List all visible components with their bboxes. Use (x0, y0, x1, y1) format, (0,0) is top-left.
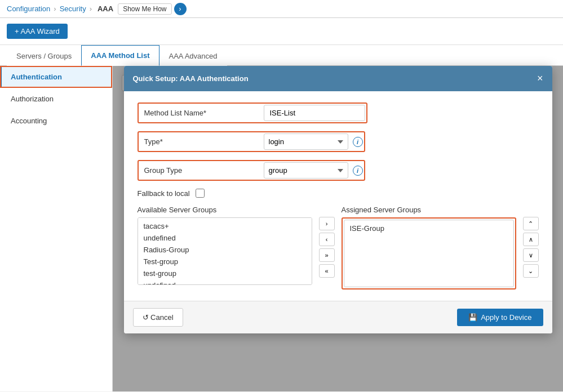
group-type-label: Group Type (140, 164, 264, 177)
list-item[interactable]: ISE-Group (344, 222, 513, 234)
fallback-checkbox[interactable] (196, 189, 205, 198)
available-groups-header: Available Server Groups (138, 206, 312, 214)
list-item[interactable]: test-group (138, 268, 312, 279)
apply-to-device-button[interactable]: 💾 Apply to Device (457, 309, 543, 326)
cancel-button[interactable]: ↺ Cancel (133, 308, 183, 327)
modal-header: Quick Setup: AAA Authentication × (124, 66, 552, 91)
tab-aaa-advanced[interactable]: AAA Advanced (159, 46, 227, 66)
method-list-name-input[interactable] (264, 105, 365, 121)
tab-servers-groups[interactable]: Servers / Groups (7, 46, 81, 66)
show-me-how-arrow-button[interactable]: › (174, 3, 187, 15)
list-item[interactable]: tacacs+ (138, 220, 312, 232)
group-type-info-icon[interactable]: i (353, 166, 363, 176)
move-right-button[interactable]: › (319, 217, 335, 230)
tab-aaa-method-list[interactable]: AAA Method List (81, 45, 159, 66)
aaa-wizard-button[interactable]: + AAA Wizard (7, 24, 68, 39)
move-bottom-button[interactable]: ⌄ (523, 264, 539, 278)
modal-overlay: Quick Setup: AAA Authentication × Method… (113, 66, 563, 391)
move-down-button[interactable]: ∨ (523, 248, 539, 262)
order-buttons: ⌃ ∧ ∨ ⌄ (523, 206, 539, 278)
group-type-row: Group Type group local none enable line … (138, 160, 539, 181)
method-list-name-row: Method List Name* (138, 103, 539, 123)
move-all-right-button[interactable]: » (319, 248, 335, 262)
modal-quick-setup: Quick Setup: AAA Authentication × Method… (124, 66, 552, 333)
show-me-how-button[interactable]: Show Me How (118, 3, 171, 15)
modal-close-button[interactable]: × (537, 73, 543, 84)
modal-footer: ↺ Cancel 💾 Apply to Device (124, 301, 552, 333)
list-item[interactable]: Test-group (138, 256, 312, 268)
move-up-button[interactable]: ∧ (523, 233, 539, 246)
top-navigation: Configuration › Security › AAA Show Me H… (0, 0, 563, 18)
server-groups-section: Available Server Groups tacacs+ undefine… (138, 206, 539, 289)
sidebar-item-authorization[interactable]: Authorization (0, 88, 112, 110)
sidebar-item-accounting[interactable]: Accounting (0, 110, 112, 132)
sidebar-item-authentication[interactable]: Authentication (0, 66, 112, 88)
sidebar: Authentication Authorization Accounting (0, 66, 113, 391)
configuration-link[interactable]: Configuration (7, 5, 50, 13)
separator-2: › (90, 5, 92, 13)
move-all-left-button[interactable]: « (319, 264, 335, 278)
available-groups-list[interactable]: tacacs+ undefined Radius-Group Test-grou… (138, 217, 312, 285)
assigned-groups-header: Assigned Server Groups (342, 206, 516, 214)
assigned-groups-list[interactable]: ISE-Group (344, 220, 514, 287)
list-item[interactable]: undefined (138, 232, 312, 244)
type-row: Type* login enable ppp dot1x i (138, 131, 539, 152)
main-panel: + Add ✕ Delete Quick Setup: AAA Authenti… (113, 66, 563, 391)
transfer-buttons: › ‹ » « (319, 206, 335, 278)
list-item[interactable]: undefined (138, 279, 312, 285)
security-link[interactable]: Security (60, 5, 86, 13)
move-left-button[interactable]: ‹ (319, 233, 335, 246)
move-top-button[interactable]: ⌃ (523, 217, 539, 230)
apply-label: Apply to Device (481, 313, 531, 322)
modal-body: Method List Name* Type* (124, 91, 552, 301)
tabs-row: Servers / Groups AAA Method List AAA Adv… (0, 45, 563, 66)
wizard-bar: + AAA Wizard (0, 18, 563, 45)
method-list-name-label: Method List Name* (140, 106, 264, 119)
group-type-select[interactable]: group local none enable line krb5 (264, 162, 348, 179)
fallback-label: Fallback to local (138, 189, 190, 198)
type-select[interactable]: login enable ppp dot1x (264, 133, 348, 150)
apply-icon: 💾 (468, 313, 477, 322)
modal-title: Quick Setup: AAA Authentication (133, 74, 249, 83)
fallback-row: Fallback to local (138, 189, 539, 198)
type-label: Type* (140, 135, 264, 148)
available-server-groups-col: Available Server Groups tacacs+ undefine… (138, 206, 312, 285)
list-item[interactable]: Radius-Group (138, 244, 312, 256)
type-info-icon[interactable]: i (353, 137, 363, 147)
separator-1: › (54, 5, 56, 13)
content-area: Authentication Authorization Accounting … (0, 66, 563, 391)
aaa-label: AAA (97, 5, 113, 13)
assigned-server-groups-col: Assigned Server Groups ISE-Group (342, 206, 516, 289)
